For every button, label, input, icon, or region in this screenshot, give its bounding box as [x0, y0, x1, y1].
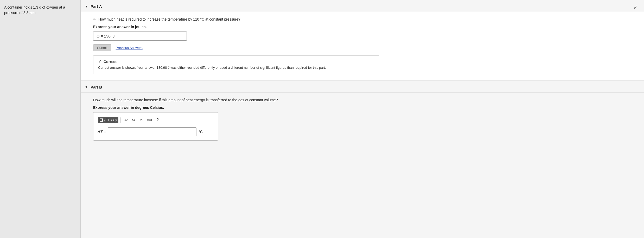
- correct-checkmark-icon: ✓: [98, 59, 101, 64]
- part-b-math-input-row: ΔT = °C: [98, 127, 214, 136]
- part-a-correct-box: ✓ Correct Correct answer is shown. Your …: [93, 55, 379, 74]
- part-b-math-toolbar: √ ΑΣφ ↩ ↪ ↺ ⌨ ?: [98, 116, 214, 125]
- part-a-express-label: Express your answer in joules.: [93, 25, 636, 29]
- math-toolbar-box-icon: [100, 118, 103, 122]
- part-a-correct-body: Correct answer is shown. Your answer 130…: [98, 65, 374, 70]
- part-a-correct-label: Correct: [104, 60, 117, 64]
- part-b-collapse-triangle[interactable]: ▼: [85, 85, 88, 89]
- math-toolbar-reset-button[interactable]: ↺: [138, 117, 144, 124]
- part-b-section: ▼ Part B How much will the temperature i…: [81, 81, 644, 147]
- part-a-answer-row: [93, 32, 636, 41]
- part-b-header: ▼ Part B: [81, 81, 644, 93]
- math-toolbar-help-button[interactable]: ?: [155, 117, 160, 123]
- part-b-body: How much will the temperature increase i…: [81, 93, 644, 147]
- part-b-answer-input[interactable]: [108, 127, 196, 136]
- part-a-section: ▼ Part A ✏ How much heat is required to …: [81, 0, 644, 80]
- math-toolbar-keyboard-button[interactable]: ⌨: [145, 117, 154, 123]
- toolbar-separator-1: [120, 117, 121, 123]
- part-a-submit-row: Submit Previous Answers: [93, 44, 636, 51]
- part-a-submit-button[interactable]: Submit: [93, 44, 111, 51]
- part-b-math-label: ΔT =: [98, 129, 106, 134]
- part-b-label: Part B: [91, 85, 102, 89]
- math-toolbar-sqrt-icon: √: [103, 118, 105, 122]
- part-b-math-input-container: √ ΑΣφ ↩ ↪ ↺ ⌨ ? ΔT =: [93, 112, 218, 141]
- part-a-label: Part A: [91, 4, 102, 9]
- math-toolbar-sqrt-group[interactable]: √ ΑΣφ: [98, 117, 118, 123]
- part-b-question-row: How much will the temperature increase i…: [93, 97, 636, 103]
- part-a-header: ▼ Part A: [81, 0, 644, 12]
- math-toolbar-sigma-label: ΑΣφ: [110, 118, 117, 122]
- main-content: ✓ ▼ Part A ✏ How much heat is required t…: [81, 0, 644, 238]
- part-b-question-text: How much will the temperature increase i…: [93, 97, 278, 103]
- part-b-express-label: Express your answer in degrees Celsius.: [93, 105, 636, 110]
- problem-text: A container holds 1.3 g of oxygen at a p…: [4, 5, 76, 16]
- part-a-body: ✏ How much heat is required to increase …: [81, 12, 644, 80]
- part-a-correct-header: ✓ Correct: [98, 59, 374, 64]
- part-a-question-text: How much heat is required to increase th…: [98, 17, 240, 22]
- top-right-checkmark: ✓: [633, 4, 638, 10]
- math-toolbar-redo-button[interactable]: ↪: [130, 117, 137, 124]
- pencil-icon: ✏: [93, 17, 96, 21]
- part-a-answer-input[interactable]: [93, 32, 187, 41]
- part-a-collapse-triangle[interactable]: ▼: [85, 5, 88, 8]
- part-a-previous-answers-link[interactable]: Previous Answers: [116, 46, 142, 50]
- math-toolbar-placeholder-icon: [106, 119, 109, 121]
- math-toolbar-undo-button[interactable]: ↩: [123, 117, 129, 124]
- part-a-question-row: ✏ How much heat is required to increase …: [93, 17, 636, 22]
- sidebar: A container holds 1.3 g of oxygen at a p…: [0, 0, 81, 238]
- part-b-unit: °C: [199, 130, 203, 134]
